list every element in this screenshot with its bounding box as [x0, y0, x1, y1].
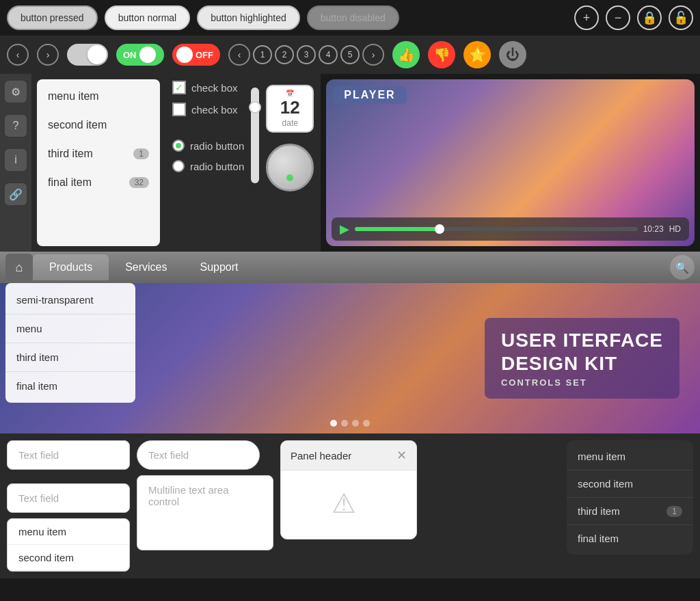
dropdown-col-item-2[interactable]: second item	[8, 545, 129, 571]
lock-closed-icon[interactable]: 🔒	[637, 5, 662, 30]
panel-header: Panel header ✕	[281, 441, 416, 470]
power-btn[interactable]: ⏻	[499, 41, 526, 68]
menu-item-3-label: third item	[48, 148, 93, 160]
toggle-off-knob	[176, 46, 193, 63]
settings-icon[interactable]: ⚙	[5, 81, 27, 103]
info-icon[interactable]: i	[5, 149, 27, 171]
date-picker[interactable]: 📅 12 date	[266, 85, 314, 133]
link-icon[interactable]: 🔗	[5, 183, 27, 205]
dropdown-col-item-1[interactable]: menu item	[8, 519, 129, 545]
panel-content: ⚠	[281, 470, 416, 539]
home-btn[interactable]: ⌂	[5, 254, 33, 281]
plus-icon[interactable]: +	[574, 5, 599, 30]
dark-menu-item-1[interactable]: menu item	[567, 443, 693, 470]
page-1[interactable]: 1	[253, 45, 272, 64]
banner-dot-3[interactable]	[352, 420, 359, 427]
player-controls: ▶ 10:23 HD	[332, 217, 689, 241]
radio-1-btn[interactable]	[172, 139, 185, 152]
dark-menu-item-3[interactable]: third item 1	[567, 498, 693, 525]
progress-bar[interactable]	[355, 227, 637, 231]
dark-dropdown-menu: menu item second item third item 1 final…	[567, 440, 693, 555]
tab-products[interactable]: Products	[33, 254, 109, 280]
checkbox-2[interactable]: check box	[172, 103, 244, 116]
text-field-2[interactable]: Text field	[137, 440, 260, 470]
nav-bar: ⌂ Products Services Support 🔍	[0, 252, 700, 283]
panel-header-label: Panel header	[291, 450, 351, 462]
dropdown-item-2[interactable]: menu	[5, 315, 135, 343]
date-label: date	[282, 118, 298, 128]
banner-dot-4[interactable]	[363, 420, 370, 427]
radio-2-btn[interactable]	[172, 160, 185, 172]
toggle-off-label: OFF	[196, 50, 216, 60]
main-area: ⚙ ? i 🔗 menu item second item third item…	[0, 74, 700, 252]
page-4[interactable]: 4	[319, 45, 338, 64]
sidebar-icons: ⚙ ? i 🔗	[0, 74, 31, 252]
time-label: 10:23	[643, 224, 664, 234]
menu-item-2[interactable]: second item	[37, 111, 160, 139]
toggle-on[interactable]: ON	[116, 44, 164, 66]
radio-2[interactable]: radio button	[172, 160, 244, 172]
page-next[interactable]: ›	[362, 44, 384, 66]
slider-thumb[interactable]	[249, 101, 261, 113]
menu-item-4-badge: 32	[129, 177, 149, 188]
menu-item-3[interactable]: third item 1	[37, 139, 160, 168]
prev-arrow-btn[interactable]: ‹	[7, 44, 29, 66]
checkbox-1[interactable]: ✓ check box	[172, 81, 244, 94]
text-field-1[interactable]: Text field	[7, 440, 130, 470]
dropdown-item-3[interactable]: third item	[5, 343, 135, 372]
banner-dot-2[interactable]	[341, 420, 348, 427]
dark-menu-item-4[interactable]: final item	[567, 525, 693, 552]
thumbsdown-btn[interactable]: 👎	[428, 41, 455, 68]
banner-dots	[330, 420, 370, 427]
banner-title-line1: USER ITERFACE	[501, 329, 663, 352]
knob-control[interactable]	[266, 144, 314, 191]
progress-thumb[interactable]	[435, 224, 444, 234]
next-arrow-btn[interactable]: ›	[37, 44, 59, 66]
checkbox-1-box[interactable]: ✓	[172, 81, 186, 94]
text-field-3[interactable]: Text field	[7, 483, 130, 513]
player-panel: PLAYER ▶ 10:23 HD	[326, 79, 695, 246]
banner-dot-1[interactable]	[330, 420, 337, 427]
text-field-col-2: Text field Multiline text area control	[137, 440, 273, 550]
dark-menu-item-1-label: menu item	[578, 451, 625, 462]
checkbox-2-box[interactable]	[172, 103, 186, 116]
play-button[interactable]: ▶	[340, 222, 349, 237]
btn-highlighted[interactable]: button highlighted	[197, 5, 300, 30]
dropdown-item-1[interactable]: semi-transparent	[5, 286, 135, 315]
btn-disabled: button disabled	[307, 5, 399, 30]
star-btn[interactable]: ⭐	[463, 41, 491, 68]
menu-item-4[interactable]: final item 32	[37, 168, 160, 197]
dropdown-item-4[interactable]: final item	[5, 372, 135, 400]
controls-center: ✓ check box check box radio button radio…	[165, 74, 321, 252]
tab-support[interactable]: Support	[184, 254, 255, 280]
thumbsup-btn[interactable]: 👍	[392, 41, 420, 68]
page-2[interactable]: 2	[275, 45, 294, 64]
minus-icon[interactable]: −	[606, 5, 630, 30]
menu-item-1[interactable]: menu item	[37, 82, 160, 111]
page-prev[interactable]: ‹	[228, 44, 250, 66]
checkbox-2-label: check box	[191, 104, 238, 116]
vertical-slider[interactable]	[251, 88, 259, 183]
radio-1[interactable]: radio button	[172, 139, 244, 152]
btn-pressed[interactable]: button pressed	[7, 5, 98, 30]
text-field-col-1: Text field Text field menu item second i…	[7, 440, 130, 572]
menu-item-2-label: second item	[48, 119, 107, 131]
knob-indicator	[286, 174, 293, 181]
lock-open-icon[interactable]: 🔓	[669, 5, 693, 30]
panel-close-btn[interactable]: ✕	[396, 448, 407, 463]
toggle-off[interactable]: OFF	[172, 44, 220, 66]
dark-menu-item-2[interactable]: second item	[567, 470, 693, 498]
sidebar-section: ⚙ ? i 🔗 menu item second item third item…	[0, 74, 165, 252]
menu-item-1-label: menu item	[48, 90, 99, 103]
dark-menu-item-3-label: third item	[578, 505, 620, 517]
toggle-switch[interactable]	[67, 44, 108, 66]
tab-services[interactable]: Services	[109, 254, 183, 280]
search-btn[interactable]: 🔍	[670, 255, 695, 280]
radio-2-label: radio button	[190, 161, 244, 172]
page-3[interactable]: 3	[297, 45, 316, 64]
multiline-text-area[interactable]: Multiline text area control	[137, 475, 273, 550]
player-label: PLAYER	[333, 86, 406, 104]
help-icon[interactable]: ?	[5, 115, 27, 137]
page-5[interactable]: 5	[340, 45, 360, 64]
btn-normal[interactable]: button normal	[105, 5, 191, 30]
